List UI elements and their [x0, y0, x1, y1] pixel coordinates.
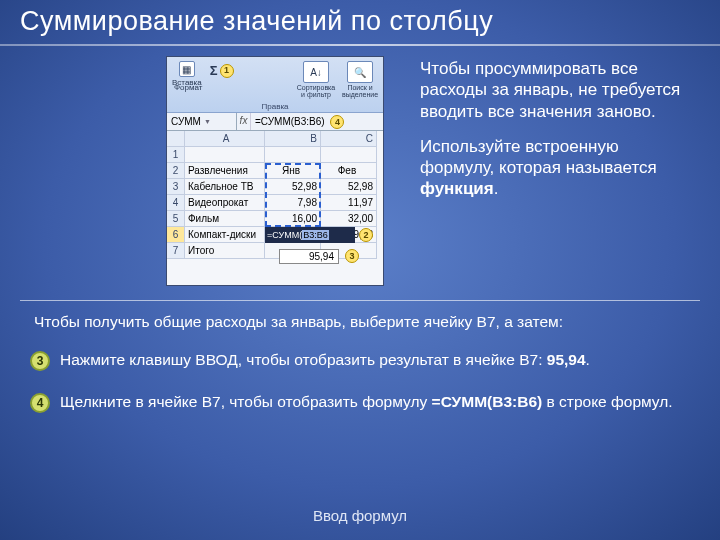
cell: 32,00	[321, 211, 377, 227]
name-box-value: СУММ	[171, 116, 201, 127]
cell: Фев	[321, 163, 377, 179]
cell: Итого	[185, 243, 265, 259]
cell: 16,00	[265, 211, 321, 227]
s3-t1: Нажмите клавишу ВВОД, чтобы отобразить р…	[60, 351, 547, 368]
result-box: 95,94	[279, 249, 339, 264]
cell: 7,98	[265, 195, 321, 211]
title-underline	[0, 44, 720, 46]
cell: Фильм	[185, 211, 265, 227]
ribbon-caption: Правка	[167, 102, 383, 111]
ribbon: ▦ Вставка Σ 1 Формат A↓ Сортировка и фил…	[167, 57, 383, 113]
footer-text: Ввод формул	[0, 507, 720, 524]
sort-button: A↓ Сортировка и фильтр	[295, 59, 337, 100]
s3-bold: 95,94	[547, 351, 586, 368]
marker-4-fb: 4	[330, 115, 344, 129]
s3-t2: .	[586, 351, 590, 368]
excel-screenshot: ▦ Вставка Σ 1 Формат A↓ Сортировка и фил…	[166, 56, 384, 286]
header-row: A B C	[167, 131, 383, 147]
name-box: СУММ ▼	[167, 113, 237, 130]
divider	[20, 300, 700, 301]
cell	[265, 147, 321, 163]
row-header: 2	[167, 163, 185, 179]
row-header: 7	[167, 243, 185, 259]
row-header: 4	[167, 195, 185, 211]
name-box-dropdown-icon: ▼	[204, 118, 211, 125]
p2-bold: функция	[420, 179, 494, 198]
step-3: 3 Нажмите клавишу ВВОД, чтобы отобразить…	[30, 350, 690, 371]
formula-value: =СУММ(B3:B6)	[255, 116, 325, 127]
cell: 52,98	[321, 179, 377, 195]
cell	[185, 147, 265, 163]
formula-prefix: =СУММ(	[267, 230, 302, 240]
sort-label: Сортировка и фильтр	[297, 84, 335, 98]
marker-2: 2	[359, 228, 373, 242]
table-row: 3 Кабельное ТВ 52,98 52,98	[167, 179, 383, 195]
step-number: 3	[30, 351, 50, 371]
cell: Янв	[265, 163, 321, 179]
active-cell-b7: =СУММ(B3:B6	[265, 227, 355, 243]
format-button: Формат	[171, 81, 205, 94]
insert-icon: ▦	[179, 61, 195, 77]
s4-t2: в строке формул.	[542, 393, 672, 410]
cell	[321, 147, 377, 163]
format-label: Формат	[174, 83, 202, 92]
find-button: 🔍 Поиск и выделение	[339, 59, 381, 100]
find-icon: 🔍	[347, 61, 373, 83]
corner-cell	[167, 131, 185, 147]
fx-icon: fx	[237, 113, 251, 130]
cell: 52,98	[265, 179, 321, 195]
table-row: 4 Видеопрокат 7,98 11,97	[167, 195, 383, 211]
right-paragraphs: Чтобы просуммировать все расходы за янва…	[420, 58, 692, 214]
p2-part-a: Используйте встроенную формулу, которая …	[420, 137, 657, 177]
step-4: 4 Щелкните в ячейке B7, чтобы отобразить…	[30, 392, 690, 413]
sigma-button: Σ 1	[207, 59, 237, 80]
paragraph-1: Чтобы просуммировать все расходы за янва…	[420, 58, 692, 122]
col-header: A	[185, 131, 265, 147]
col-header: C	[321, 131, 377, 147]
table-row: 5 Фильм 16,00 32,00	[167, 211, 383, 227]
cell: Развлечения	[185, 163, 265, 179]
intro-paragraph: Чтобы получить общие расходы за январь, …	[34, 312, 690, 332]
sort-icon: A↓	[303, 61, 329, 83]
formula-bar: СУММ ▼ fx =СУММ(B3:B6) 4	[167, 113, 383, 131]
step-number: 4	[30, 393, 50, 413]
cell: Видеопрокат	[185, 195, 265, 211]
p2-part-c: .	[494, 179, 499, 198]
marker-1: 1	[220, 64, 234, 78]
step-text: Нажмите клавишу ВВОД, чтобы отобразить р…	[60, 350, 690, 371]
cell: 11,97	[321, 195, 377, 211]
cell: Кабельное ТВ	[185, 179, 265, 195]
sigma-icon: Σ	[210, 63, 218, 78]
formula-bar-text: =СУММ(B3:B6) 4	[251, 113, 383, 130]
find-label: Поиск и выделение	[342, 84, 378, 98]
table-row: 2 Развлечения Янв Фев	[167, 163, 383, 179]
col-header: B	[265, 131, 321, 147]
s4-bold: =СУММ(B3:B6)	[432, 393, 543, 410]
row-header: 6	[167, 227, 185, 243]
s4-t1: Щелкните в ячейке B7, чтобы отобразить ф…	[60, 393, 432, 410]
row-header: 5	[167, 211, 185, 227]
step-text: Щелкните в ячейке B7, чтобы отобразить ф…	[60, 392, 690, 413]
row-header: 1	[167, 147, 185, 163]
slide-title: Суммирование значений по столбцу	[20, 6, 700, 37]
table-row: 1	[167, 147, 383, 163]
row-header: 3	[167, 179, 185, 195]
marker-3: 3	[345, 249, 359, 263]
cell: Компакт-диски	[185, 227, 265, 243]
paragraph-2: Используйте встроенную формулу, которая …	[420, 136, 692, 200]
formula-range: B3:B6	[302, 230, 329, 240]
